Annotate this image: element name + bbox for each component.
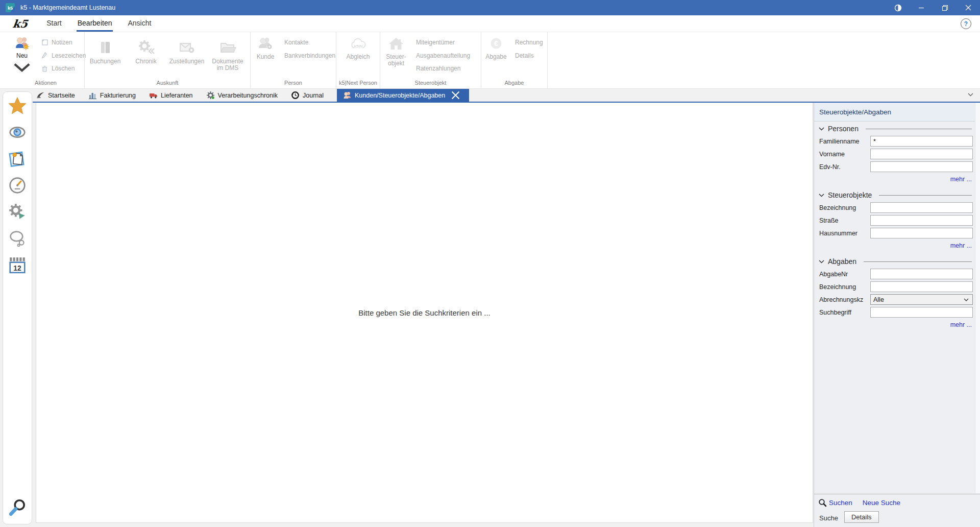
sidebar-item-favorites[interactable]: [7, 95, 28, 116]
hausnummer-input[interactable]: [870, 228, 973, 238]
cloud-k5n-icon: k5|N: [350, 36, 366, 52]
delivery-icon: [178, 38, 196, 57]
help-icon[interactable]: ?: [961, 18, 971, 29]
field-label: Suchbegriff: [819, 309, 870, 316]
empty-state-message: Bitte geben Sie die Suchkriterien ein ..…: [358, 308, 491, 317]
kunde-button[interactable]: Kunde: [251, 32, 280, 75]
abgabe-bezeichnung-input[interactable]: [870, 281, 973, 292]
sidebar-item-processing[interactable]: [7, 202, 28, 222]
kontakte-button[interactable]: Kontakte: [284, 36, 335, 49]
vorname-input[interactable]: [870, 149, 973, 159]
neue-suche-button[interactable]: Neue Suche: [863, 499, 900, 507]
tab-close-button[interactable]: [451, 91, 463, 100]
section-header[interactable]: Personen: [819, 124, 972, 134]
section-rule: [866, 129, 972, 129]
titlebar: k5 k5 - Marktgemeindeamt Lustenau: [0, 0, 980, 15]
miteigentuemer-button[interactable]: Miteigentümer: [416, 36, 470, 49]
ribbon-group-label: Auskunft: [85, 80, 250, 86]
close-icon: [965, 5, 971, 11]
rechnung-button[interactable]: Rechnung: [515, 36, 543, 49]
details-button[interactable]: Details: [515, 49, 543, 62]
panel-tab-suche[interactable]: Suche: [818, 511, 843, 522]
sidebar-item-search[interactable]: [7, 497, 28, 518]
process-gear-icon: [206, 91, 215, 100]
suchen-button[interactable]: Suchen: [829, 499, 852, 507]
journal-clock-icon: [291, 91, 300, 100]
sidebar-item-notes[interactable]: [7, 149, 28, 169]
truck-icon: [149, 91, 158, 100]
ribbon-group-steuerobjekt: Steuer-objekt Miteigentümer Ausgabenauft…: [380, 32, 481, 88]
panel-title: Steuerobjekte/Abgaben: [814, 103, 980, 122]
panel-scrollbar[interactable]: [975, 103, 980, 493]
suchbegriff-input[interactable]: [870, 307, 973, 318]
restore-icon: [942, 5, 948, 11]
field-label: Straße: [819, 217, 870, 224]
k5-logo: k5: [12, 17, 29, 30]
section-header[interactable]: Abgaben: [819, 256, 972, 267]
tab-verarbeitungschronik[interactable]: Verarbeitungschronik: [206, 89, 278, 102]
sidebar-item-dashboard[interactable]: [7, 175, 28, 196]
buchungen-button[interactable]: Buchungen: [85, 32, 126, 75]
house-icon: [388, 36, 404, 52]
tab-overflow-chevron-icon[interactable]: [968, 93, 973, 97]
tab-kunden-steuerobjekte-abgaben[interactable]: Kunden/Steuerobjekte/Abgaben: [337, 89, 469, 102]
abgabe-button[interactable]: € Abgabe: [481, 32, 511, 75]
minimize-button[interactable]: [910, 0, 933, 15]
section-header[interactable]: Steuerobjekte: [819, 190, 972, 200]
abgleich-button[interactable]: k5|N Abgleich: [344, 32, 373, 75]
sidebar-item-comments[interactable]: [7, 228, 28, 249]
close-icon: [451, 91, 460, 100]
theme-toggle-button[interactable]: [886, 0, 910, 15]
sidebar-item-monitoring[interactable]: [7, 122, 28, 142]
loeschen-button[interactable]: Löschen: [41, 62, 86, 75]
menu-item-bearbeiten[interactable]: Bearbeiten: [77, 15, 113, 32]
dokumente-dms-button[interactable]: Dokumente im DMS: [207, 32, 248, 75]
maximize-button[interactable]: [933, 0, 957, 15]
tab-fakturierung[interactable]: Fakturierung: [88, 89, 136, 102]
menu-item-start[interactable]: Start: [45, 15, 63, 32]
notizen-button[interactable]: Notizen: [41, 36, 86, 49]
menu-item-ansicht[interactable]: Ansicht: [127, 15, 152, 32]
ratenzahlungen-button[interactable]: Ratenzahlungen: [416, 62, 470, 75]
window-controls: [886, 0, 980, 15]
sidebar-item-calendar[interactable]: 12: [7, 255, 28, 275]
chevron-down-icon: [819, 194, 824, 197]
search-icon: [8, 498, 27, 517]
calendar-icon: 12: [8, 256, 27, 274]
panel-tab-details[interactable]: Details: [844, 511, 879, 523]
euro-icon: €: [488, 36, 504, 52]
bezeichnung-input[interactable]: [870, 202, 973, 213]
abrechnungskz-select[interactable]: Alle: [870, 294, 973, 305]
close-button[interactable]: [957, 0, 980, 15]
neu-button[interactable]: Neu: [7, 32, 37, 75]
bankverbindungen-button[interactable]: Bankverbindungen: [284, 49, 335, 62]
theme-icon: [894, 4, 902, 12]
ribbon-group-label: Steuerobjekt: [380, 80, 481, 86]
mehr-link[interactable]: mehr ...: [814, 242, 972, 249]
mehr-link[interactable]: mehr ...: [814, 176, 972, 183]
mehr-link[interactable]: mehr ...: [814, 321, 972, 328]
chronik-button[interactable]: Chronik: [126, 32, 166, 75]
zustellungen-button[interactable]: Zustellungen: [166, 32, 207, 75]
steuerobjekt-button[interactable]: Steuer-objekt: [380, 32, 412, 75]
app-icon: k5: [6, 3, 15, 12]
strasse-input[interactable]: [870, 215, 973, 226]
ribbon-group-auskunft: Buchungen Chronik Zustellungen Dokumente…: [85, 32, 251, 88]
edvnr-input[interactable]: [870, 161, 973, 172]
window-title: k5 - Marktgemeindeamt Lustenau: [20, 4, 115, 11]
tab-journal[interactable]: Journal: [291, 89, 324, 102]
field-label: Familienname: [819, 138, 870, 145]
new-person-icon: [14, 36, 30, 51]
field-label: Bezeichnung: [819, 204, 870, 211]
sidebar: 12: [3, 91, 32, 524]
tab-lieferanten[interactable]: Lieferanten: [149, 89, 193, 102]
tab-startseite[interactable]: Startseite: [36, 89, 75, 102]
eye-icon: [8, 123, 27, 141]
lesezeichen-button[interactable]: Lesezeichen: [41, 49, 86, 62]
section-rule: [879, 195, 972, 196]
search-icon: [818, 498, 827, 507]
abgabenr-input[interactable]: [870, 269, 973, 279]
trash-icon: [41, 65, 48, 73]
ausgabenaufteilung-button[interactable]: Ausgabenaufteilung: [416, 49, 470, 62]
familienname-input[interactable]: [870, 136, 973, 147]
